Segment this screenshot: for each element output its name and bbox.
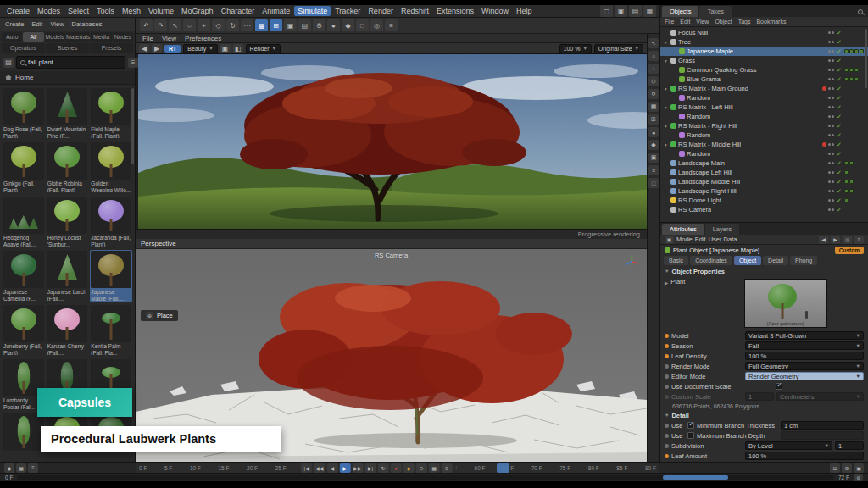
- nav-back-icon[interactable]: ◀: [819, 236, 828, 244]
- visibility-dots[interactable]: [828, 87, 834, 90]
- enable-check[interactable]: ✓: [836, 141, 843, 148]
- om-search-icon[interactable]: [858, 9, 863, 14]
- side-tool-icon[interactable]: ↻: [648, 89, 659, 99]
- side-tool-icon[interactable]: ≡: [648, 165, 659, 175]
- asset-plant-item[interactable]: Japanese Camellia (F...: [3, 250, 45, 302]
- menu-item[interactable]: MoGraph: [178, 6, 217, 16]
- menu-item[interactable]: Tools: [93, 6, 118, 16]
- subdivision-dropdown[interactable]: By Level▼: [745, 441, 832, 450]
- enable-check[interactable]: ✓: [836, 86, 843, 92]
- object-property-tab[interactable]: Coordinates: [690, 256, 732, 265]
- range-settings-icon[interactable]: ⚙: [854, 474, 863, 481]
- snapshot-icon[interactable]: ▣: [220, 44, 231, 53]
- layout-icon[interactable]: ▣: [615, 5, 627, 17]
- menu-item[interactable]: Extensions: [433, 6, 477, 16]
- rv-menu-preferences[interactable]: Preferences: [185, 35, 221, 42]
- transport-button[interactable]: ↻: [378, 463, 389, 473]
- object-row[interactable]: Landscape Main ✓: [660, 158, 868, 168]
- expander-icon[interactable]: ▾: [663, 142, 669, 147]
- toolbar-icon[interactable]: ▤: [298, 19, 311, 31]
- menu-item[interactable]: Create: [3, 6, 33, 16]
- side-tool-icon[interactable]: ▦: [648, 102, 659, 112]
- toolbar-icon[interactable]: ↷: [154, 19, 167, 31]
- expander-icon[interactable]: ▾: [663, 40, 669, 45]
- material-tags[interactable]: [844, 198, 865, 202]
- asset-plant-item[interactable]: Hedgehog Agave (Fall...: [3, 196, 45, 248]
- asset-plant-item[interactable]: Kentia Palm (Fall, Pla...: [90, 304, 132, 357]
- view-axis-gizmo[interactable]: [625, 254, 640, 269]
- menu-item[interactable]: Simulate: [294, 6, 331, 16]
- menu-edit[interactable]: Edit: [32, 20, 43, 28]
- toolbar-icon[interactable]: □: [356, 19, 369, 31]
- object-row[interactable]: ▾ RS Matrix - Left Hill ✓: [660, 103, 868, 112]
- enable-check[interactable]: ✓: [836, 76, 843, 83]
- enable-check[interactable]: ✓: [836, 30, 843, 36]
- visibility-dots[interactable]: [828, 143, 834, 146]
- side-tool-icon[interactable]: ⊞: [648, 114, 659, 125]
- enable-check[interactable]: ✓: [836, 48, 843, 55]
- transport-button[interactable]: |◀: [301, 463, 312, 473]
- attribute-tab[interactable]: Attributes: [662, 224, 704, 235]
- menu-item[interactable]: Mesh: [119, 6, 144, 16]
- asset-plant-item[interactable]: Kanzan Cherry (Fall,...: [47, 304, 89, 357]
- menu-item[interactable]: Animate: [259, 6, 293, 16]
- object-row[interactable]: Focus Null ✓: [660, 28, 868, 37]
- asset-plant-item[interactable]: Dwarf Mountain Pine (F...: [47, 87, 89, 140]
- transport-button[interactable]: ◆: [403, 463, 415, 473]
- transport-button[interactable]: ▶|: [365, 463, 376, 473]
- asset-subtab[interactable]: Scenes: [46, 43, 89, 53]
- material-tags[interactable]: [844, 49, 865, 53]
- plant-preview-thumbnail[interactable]: (Acer palmatum): [744, 279, 827, 328]
- toolbar-icon[interactable]: ○: [183, 19, 196, 31]
- folder-icon[interactable]: ▤: [3, 58, 14, 68]
- visibility-dots[interactable]: [828, 41, 834, 43]
- material-tags[interactable]: [844, 189, 865, 193]
- object-property-tab[interactable]: Phong: [790, 256, 817, 265]
- visibility-dots[interactable]: [828, 50, 834, 53]
- transport-button[interactable]: ▦: [429, 463, 440, 473]
- timeline-left-icon[interactable]: ▦: [16, 463, 26, 473]
- object-property-tab[interactable]: Basic: [664, 256, 688, 265]
- subdivision-level-field[interactable]: 1: [835, 441, 864, 450]
- editor-mode-dropdown[interactable]: Render Geometry▼: [745, 372, 864, 380]
- rt-button[interactable]: RT: [164, 45, 181, 53]
- rv-back-icon[interactable]: ◀: [139, 44, 149, 53]
- object-manager-tab[interactable]: Objects: [662, 6, 698, 17]
- visibility-dots[interactable]: [828, 59, 834, 62]
- object-row[interactable]: Japanese Maple ✓: [660, 47, 868, 56]
- material-tags[interactable]: [844, 180, 865, 184]
- expander-icon[interactable]: ▾: [663, 58, 669, 64]
- side-tool-icon[interactable]: ◆: [648, 140, 659, 150]
- rv-menu-file[interactable]: File: [142, 35, 153, 42]
- visibility-dots[interactable]: [828, 180, 834, 183]
- filter-icon[interactable]: ≡: [128, 58, 138, 68]
- transport-button[interactable]: ▶: [339, 463, 350, 473]
- object-row[interactable]: Landscape Right Hill ✓: [660, 186, 868, 196]
- visibility-dots[interactable]: [828, 115, 834, 118]
- object-row[interactable]: Random ✓: [660, 130, 868, 140]
- mode-icon[interactable]: ▣: [665, 236, 674, 244]
- enable-check[interactable]: ✓: [836, 132, 843, 139]
- timeline-left-icon[interactable]: ◆: [4, 463, 14, 473]
- object-row[interactable]: RS Dome Light ✓: [660, 196, 868, 205]
- asset-plant-item[interactable]: [3, 413, 45, 462]
- custom-scale-unit-dropdown[interactable]: Centimeters▼: [776, 392, 864, 401]
- asset-plant-item[interactable]: Honey Locust 'Sunbur...: [47, 196, 89, 248]
- enable-check[interactable]: ✓: [836, 151, 843, 158]
- rv-forward-icon[interactable]: ▶: [152, 44, 162, 53]
- layout-icon[interactable]: ▢: [600, 5, 613, 17]
- transport-button[interactable]: ⊙: [416, 463, 427, 473]
- model-dropdown[interactable]: Variant 3 Full-Grown▼: [745, 331, 864, 340]
- max-depth-field[interactable]: [781, 431, 864, 440]
- breadcrumb[interactable]: Home: [0, 71, 135, 85]
- menu-item[interactable]: Modes: [34, 6, 64, 16]
- visibility-dots[interactable]: [828, 171, 834, 174]
- object-property-tab[interactable]: Detail: [763, 256, 788, 265]
- side-tool-icon[interactable]: □: [648, 178, 659, 188]
- timeline-right-icon[interactable]: ⊞: [830, 463, 840, 473]
- timeline-ruler[interactable]: 0 F5 F10 F15 F20 F25 F30 F35 F40 F45 F50…: [136, 462, 659, 473]
- toolbar-icon[interactable]: ⊞: [270, 19, 282, 31]
- object-row[interactable]: ▾ RS Matrix - Right Hill ✓: [660, 121, 868, 130]
- toolbar-icon[interactable]: ⚙: [313, 19, 326, 31]
- visibility-dots[interactable]: [828, 106, 834, 108]
